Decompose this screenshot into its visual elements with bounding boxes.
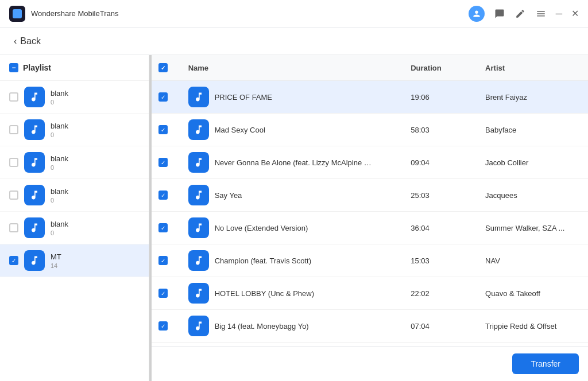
track-duration-7: 22:02 <box>401 277 476 310</box>
track-icon-7 <box>188 283 209 304</box>
table-row[interactable]: No Love (Extended Version)36:04Summer Wa… <box>152 212 588 244</box>
col-header-artist: Artist <box>476 55 588 81</box>
track-name-6: Champion (feat. Travis Scott) <box>215 256 311 265</box>
track-icon-2 <box>188 119 209 140</box>
sidebar-item-3[interactable]: blank 0 <box>0 146 149 179</box>
transfer-button[interactable]: Transfer <box>512 353 579 374</box>
table-header-row: Name Duration Artist <box>152 55 588 81</box>
playlist-name-2: blank <box>51 122 140 130</box>
row-checkbox-4[interactable] <box>158 190 168 200</box>
track-icon-4 <box>188 185 209 205</box>
table-row[interactable]: Never Gonna Be Alone (feat. Lizzy McAlpi… <box>152 146 588 179</box>
track-duration-8: 07:04 <box>401 310 476 343</box>
music-icon-3 <box>24 152 45 173</box>
playlist-info-1: blank 0 <box>51 89 140 106</box>
track-artist-3: Jacob Collier <box>476 146 588 179</box>
user-avatar-icon[interactable] <box>469 6 485 22</box>
track-icon-8 <box>188 316 209 336</box>
sidebar-item-4[interactable]: blank 0 <box>0 179 149 212</box>
row-checkbox-5[interactable] <box>158 223 168 232</box>
table-row[interactable]: Mad Sexy Cool58:03Babyface <box>152 114 588 146</box>
row-checkbox-3[interactable] <box>158 158 168 167</box>
track-name-5: No Love (Extended Version) <box>215 224 308 232</box>
back-label: Back <box>20 36 41 46</box>
playlist-count-1: 0 <box>51 99 140 106</box>
table-row[interactable]: HOTEL LOBBY (Unc & Phew)22:02Quavo & Tak… <box>152 277 588 310</box>
track-table: Name Duration Artist PRICE OF FAME19:06B… <box>152 55 588 343</box>
table-row[interactable]: PRICE OF FAME19:06Brent Faiyaz <box>152 81 588 114</box>
track-table-container: Name Duration Artist PRICE OF FAME19:06B… <box>152 55 588 346</box>
track-icon-3 <box>188 152 209 173</box>
sidebar-checkbox-5[interactable] <box>9 223 18 232</box>
track-artist-6: NAV <box>476 244 588 277</box>
bottom-bar: Transfer <box>152 346 588 381</box>
sidebar-item-6[interactable]: MT 14 <box>0 244 149 277</box>
track-name-1: PRICE OF FAME <box>215 93 272 102</box>
sidebar-checkbox-2[interactable] <box>9 125 18 134</box>
titlebar-left: Wondershare MobileTrans <box>9 6 118 22</box>
titlebar-right: ─ ✕ <box>469 6 579 22</box>
track-duration-6: 15:03 <box>401 244 476 277</box>
music-icon-1 <box>24 87 45 107</box>
music-icon-2 <box>24 119 45 140</box>
backbar: ‹ Back <box>0 28 588 55</box>
table-row[interactable]: Champion (feat. Travis Scott)15:03NAV <box>152 244 588 277</box>
close-button[interactable]: ✕ <box>571 8 579 19</box>
sidebar-checkbox-1[interactable] <box>9 92 18 102</box>
music-icon-4 <box>24 185 45 205</box>
sidebar-checkbox-6[interactable] <box>9 256 18 265</box>
track-name-4: Say Yea <box>215 191 242 200</box>
table-row[interactable]: Say Yea25:03Jacquees <box>152 179 588 212</box>
sidebar-header-label: Playlist <box>23 63 51 72</box>
track-duration-1: 19:06 <box>401 81 476 114</box>
sidebar: Playlist blank 0 blank 0 <box>0 55 149 381</box>
playlist-name-4: blank <box>51 187 140 196</box>
sidebar-item-1[interactable]: blank 0 <box>0 81 149 114</box>
sidebar-header: Playlist <box>0 55 149 81</box>
playlist-count-5: 0 <box>51 230 140 236</box>
track-duration-3: 09:04 <box>401 146 476 179</box>
col-header-duration: Duration <box>401 55 476 81</box>
track-duration-4: 25:03 <box>401 179 476 212</box>
row-checkbox-1[interactable] <box>158 92 168 102</box>
track-artist-4: Jacquees <box>476 179 588 212</box>
playlist-info-5: blank 0 <box>51 220 140 236</box>
track-artist-7: Quavo & Takeoff <box>476 277 588 310</box>
track-icon-1 <box>188 87 209 107</box>
playlist-info-3: blank 0 <box>51 154 140 171</box>
track-name-8: Big 14 (feat. Moneybagg Yo) <box>215 322 309 331</box>
row-checkbox-8[interactable] <box>158 321 168 331</box>
playlist-count-2: 0 <box>51 131 140 138</box>
sidebar-item-5[interactable]: blank 0 <box>0 212 149 244</box>
track-duration-5: 36:04 <box>401 212 476 244</box>
table-row[interactable]: Big 14 (feat. Moneybagg Yo)07:04Trippie … <box>152 310 588 343</box>
playlist-count-3: 0 <box>51 164 140 171</box>
main-content: Playlist blank 0 blank 0 <box>0 55 588 381</box>
back-button[interactable]: ‹ Back <box>14 36 41 46</box>
playlist-count-4: 0 <box>51 197 140 204</box>
right-panel: Name Duration Artist PRICE OF FAME19:06B… <box>152 55 588 381</box>
playlist-info-6: MT 14 <box>51 252 140 269</box>
track-name-2: Mad Sexy Cool <box>215 126 265 134</box>
track-icon-6 <box>188 250 209 271</box>
minimize-button[interactable]: ─ <box>556 9 562 19</box>
music-icon-6 <box>24 250 45 271</box>
row-checkbox-2[interactable] <box>158 125 168 134</box>
menu-icon[interactable] <box>535 8 547 20</box>
track-artist-5: Summer Walker, SZA ... <box>476 212 588 244</box>
sidebar-item-2[interactable]: blank 0 <box>0 114 149 146</box>
select-all-checkbox[interactable] <box>158 63 168 72</box>
music-icon-5 <box>24 217 45 238</box>
track-name-7: HOTEL LOBBY (Unc & Phew) <box>215 289 314 298</box>
playlist-header-checkbox[interactable] <box>9 63 18 72</box>
track-name-3: Never Gonna Be Alone (feat. Lizzy McAlpi… <box>215 158 376 167</box>
app-icon <box>9 6 25 22</box>
sidebar-checkbox-4[interactable] <box>9 190 18 200</box>
app-title: Wondershare MobileTrans <box>31 9 118 18</box>
col-header-checkbox[interactable] <box>152 55 179 81</box>
edit-icon[interactable] <box>514 8 526 20</box>
message-icon[interactable] <box>494 8 505 20</box>
row-checkbox-7[interactable] <box>158 289 168 298</box>
sidebar-checkbox-3[interactable] <box>9 158 18 167</box>
row-checkbox-6[interactable] <box>158 256 168 265</box>
